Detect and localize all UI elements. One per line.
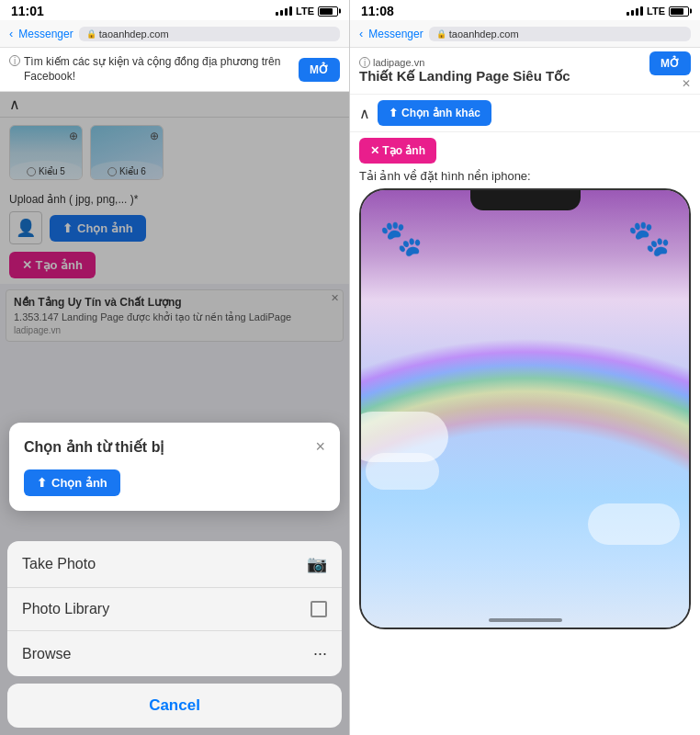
battery-fill-right <box>671 8 683 15</box>
nav-bar-left: ‹ Messenger 🔒 taoanhdep.com <box>0 20 349 48</box>
action-cancel[interactable]: Cancel <box>7 684 342 728</box>
url-text-right: taoanhdep.com <box>449 28 519 40</box>
left-content: ∧ ⊕ Kiểu 5 ⊕ Kiể <box>0 92 349 735</box>
url-bar-left[interactable]: 🔒 taoanhdep.com <box>79 27 340 41</box>
upload-icon-right: ⬆ <box>389 107 398 119</box>
action-browse[interactable]: Browse ··· <box>7 631 342 676</box>
site-open-button[interactable]: MỞ <box>649 51 691 75</box>
fb-banner-content: i Tìm kiếm các sự kiện và cộng đồng địa … <box>9 55 299 84</box>
site-title: Thiết Kế Landing Page Siêu Tốc <box>359 68 570 85</box>
right-content: ∧ ⬆ Chọn ảnh khác ✕ Tạo ảnh Tải ảnh về đ… <box>350 95 700 735</box>
browse-label: Browse <box>22 646 71 662</box>
tao-anh-button-right[interactable]: ✕ Tạo ảnh <box>359 138 436 164</box>
chon-anh-modal-label: Chọn ảnh <box>51 476 107 490</box>
choose-modal: Chọn ảnh từ thiết bị × ⬆ Chọn ảnh <box>9 423 340 511</box>
right-top-bar: ∧ ⬆ Chọn ảnh khác <box>350 95 700 132</box>
action-take-photo[interactable]: Take Photo 📷 <box>7 541 342 588</box>
site-header-right: i ladipage.vn Thiết Kế Landing Page Siêu… <box>350 48 700 95</box>
lte-left: LTE <box>296 6 314 17</box>
lock-icon-left: 🔒 <box>86 29 96 39</box>
tao-anh-right-label: ✕ Tạo ảnh <box>370 144 425 157</box>
arrow-up-right[interactable]: ∧ <box>359 105 370 122</box>
site-domain: ladipage.vn <box>373 57 424 68</box>
fb-banner: i Tìm kiếm các sự kiện và cộng đồng địa … <box>0 48 349 92</box>
action-photo-library[interactable]: Photo Library <box>7 588 342 631</box>
browse-icon: ··· <box>313 644 327 663</box>
status-bar-left: 11:01 LTE <box>0 0 349 20</box>
fb-banner-text: Tìm kiếm các sự kiện và cộng đồng địa ph… <box>24 55 299 84</box>
fb-open-button[interactable]: MỞ <box>299 58 340 82</box>
chon-anh-khac-button[interactable]: ⬆ Chọn ảnh khác <box>378 100 491 126</box>
phone-right: 11:08 LTE ‹ Messenger 🔒 taoanhdep.com <box>350 0 700 735</box>
back-arrow-right[interactable]: ‹ <box>359 27 363 40</box>
photo-library-label: Photo Library <box>22 601 109 617</box>
camera-icon: 📷 <box>307 554 327 574</box>
url-bar-right[interactable]: 🔒 taoanhdep.com <box>429 27 691 41</box>
battery-left <box>318 6 338 17</box>
action-sheet-group: Take Photo 📷 Photo Library Browse ··· <box>7 541 342 676</box>
iphone-notch <box>470 190 581 210</box>
messenger-label-right[interactable]: Messenger <box>368 28 423 40</box>
cloud-3 <box>588 503 680 545</box>
chon-anh-khac-label: Chọn ảnh khác <box>401 107 480 119</box>
photo-library-icon <box>310 601 327 617</box>
choose-modal-header: Chọn ảnh từ thiết bị × <box>24 437 325 457</box>
choose-modal-title: Chọn ảnh từ thiết bị <box>24 438 164 456</box>
chon-anh-modal-button[interactable]: ⬆ Chọn ảnh <box>24 469 120 496</box>
take-photo-label: Take Photo <box>22 556 96 572</box>
info-icon: i <box>9 55 20 66</box>
battery-right <box>669 6 689 17</box>
status-icons-left: LTE <box>276 6 338 17</box>
nav-bar-right: ‹ Messenger 🔒 taoanhdep.com <box>350 20 700 48</box>
cloud-2 <box>366 453 439 490</box>
messenger-label-left[interactable]: Messenger <box>18 28 73 40</box>
upload-icon-modal: ⬆ <box>37 476 47 490</box>
tai-anh-label: Tải ảnh về đặt hình nền iphone: <box>350 169 700 188</box>
action-sheet: Take Photo 📷 Photo Library Browse ··· Ca… <box>0 541 349 735</box>
lte-right: LTE <box>647 6 665 17</box>
battery-fill-left <box>320 8 333 15</box>
status-icons-right: LTE <box>627 6 689 17</box>
phone-left: 11:01 LTE ‹ Messenger 🔒 taoanhdep.com i <box>0 0 350 735</box>
site-close-btn[interactable]: ✕ <box>682 77 691 90</box>
info-icon-right: i <box>359 57 370 68</box>
url-text-left: taoanhdep.com <box>99 28 169 40</box>
time-left: 11:01 <box>11 4 44 18</box>
iphone-home-bar <box>489 618 562 622</box>
back-arrow-left[interactable]: ‹ <box>9 27 13 40</box>
modal-overlay: Chọn ảnh từ thiết bị × ⬆ Chọn ảnh Take P… <box>0 92 349 735</box>
status-bar-right: 11:08 LTE <box>350 0 700 20</box>
time-right: 11:08 <box>361 4 394 18</box>
iphone-preview: 🐾 🐾 <box>359 188 691 629</box>
signal-bars-left <box>276 6 292 16</box>
paw-print-right: 🐾 <box>627 218 671 258</box>
modal-close-button[interactable]: × <box>315 437 325 457</box>
lock-icon-right: 🔒 <box>436 29 446 39</box>
signal-bars-right <box>627 6 643 16</box>
paw-print-left: 🐾 <box>379 218 423 258</box>
